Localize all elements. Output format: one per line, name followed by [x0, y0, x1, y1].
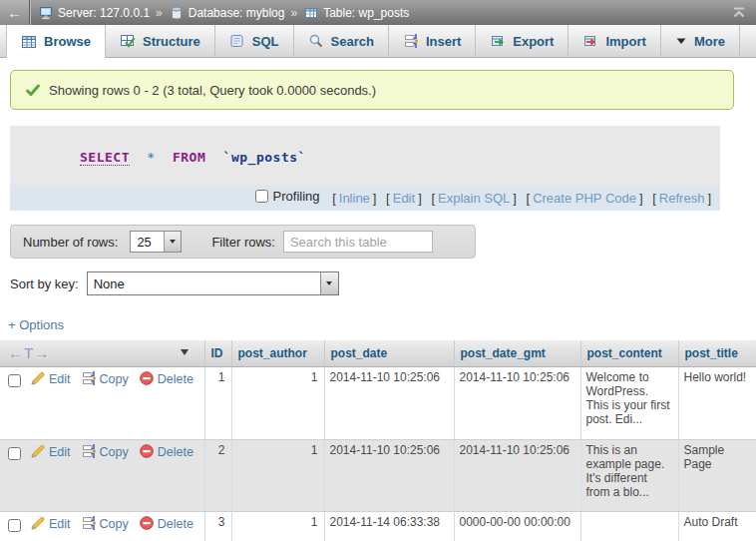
- delete-row-link[interactable]: Delete: [158, 445, 193, 459]
- table-row: EditCopyDelete 2 1 2014-11-10 10:25:06 2…: [0, 439, 756, 511]
- tab-structure-label: Structure: [143, 34, 200, 49]
- tab-structure[interactable]: Structure: [106, 25, 215, 57]
- column-header-post-author[interactable]: post_author: [231, 340, 324, 366]
- copy-icon: [81, 370, 97, 386]
- select-dropdown-button[interactable]: [320, 272, 338, 294]
- tab-more[interactable]: More: [661, 25, 740, 57]
- tab-search[interactable]: Search: [294, 25, 389, 57]
- breadcrumb-table-label: Table: wp_posts: [323, 6, 409, 20]
- breadcrumb: Server: 127.0.0.1 » Database: myblog » T…: [30, 5, 722, 21]
- collapse-top-icon[interactable]: [722, 0, 756, 25]
- row-direction-toggle-icon[interactable]: ←T→: [8, 344, 50, 361]
- cell-id[interactable]: 2: [204, 439, 231, 511]
- copy-icon: [81, 443, 97, 459]
- nav-back-button[interactable]: ←: [0, 0, 30, 25]
- column-header-post-title[interactable]: post_title: [678, 340, 756, 366]
- delete-row-link[interactable]: Delete: [158, 517, 193, 531]
- tab-bar: Browse Structure SQL Search Insert Expor…: [0, 25, 756, 58]
- cell-post-content[interactable]: [580, 511, 678, 541]
- column-header-id[interactable]: ID: [204, 340, 231, 366]
- header-row: ←T→ ID post_author post_date post_date_g…: [0, 340, 756, 366]
- sort-by-key-value: None: [88, 272, 320, 294]
- column-options-icon[interactable]: [181, 349, 189, 355]
- cell-post-author[interactable]: 1: [231, 511, 324, 541]
- breadcrumb-table[interactable]: Table: wp_posts: [303, 5, 409, 21]
- tab-browse-label: Browse: [44, 34, 91, 49]
- breadcrumb-server[interactable]: Server: 127.0.0.1: [38, 5, 150, 21]
- filter-rows-input[interactable]: [283, 231, 433, 253]
- database-icon: [169, 5, 185, 21]
- sql-query-text: SELECT * FROM `wp_posts`: [10, 126, 720, 185]
- profiling-checkbox[interactable]: [255, 190, 268, 203]
- pencil-icon: [30, 443, 46, 459]
- profiling-checkbox-label[interactable]: Profiling: [255, 189, 320, 204]
- top-breadcrumb-bar: ← Server: 127.0.0.1 » Database: myblog »…: [0, 0, 756, 25]
- tab-more-label: More: [694, 34, 725, 49]
- delete-row-link[interactable]: Delete: [158, 372, 193, 386]
- tab-import[interactable]: Import: [568, 25, 660, 57]
- tab-sql[interactable]: SQL: [215, 25, 294, 57]
- cell-post-title[interactable]: Auto Draft: [678, 511, 756, 541]
- row-select-checkbox[interactable]: [8, 374, 21, 387]
- sql-icon: [229, 33, 245, 49]
- cell-post-date-gmt[interactable]: 2014-11-10 10:25:06: [454, 366, 580, 439]
- cell-post-title[interactable]: Sample Page: [678, 439, 756, 511]
- cell-id[interactable]: 3: [204, 511, 231, 541]
- edit-row-link[interactable]: Edit: [49, 372, 71, 386]
- explain-sql-link[interactable]: Explain SQL: [438, 191, 510, 206]
- copy-row-link[interactable]: Copy: [100, 372, 129, 386]
- row-select-checkbox[interactable]: [8, 519, 21, 532]
- more-chevron-icon: [675, 35, 687, 47]
- cell-post-date-gmt[interactable]: 2014-11-10 10:25:06: [454, 439, 580, 511]
- sql-star: *: [147, 150, 155, 165]
- cell-post-date[interactable]: 2014-11-10 10:25:06: [324, 439, 454, 511]
- cell-post-content[interactable]: This is an example page. It's different …: [580, 439, 678, 511]
- breadcrumb-database[interactable]: Database: myblog: [169, 5, 285, 21]
- query-toolbar: Profiling [Inline] [Edit] [Explain SQL] …: [10, 185, 720, 211]
- delete-icon: [139, 515, 155, 531]
- tab-export[interactable]: Export: [476, 25, 568, 57]
- copy-row-link[interactable]: Copy: [100, 517, 129, 531]
- back-arrow-icon: ←: [7, 4, 22, 21]
- results-table: ←T→ ID post_author post_date post_date_g…: [0, 340, 756, 541]
- search-icon: [308, 33, 324, 49]
- column-header-post-date[interactable]: post_date: [324, 340, 454, 366]
- number-of-rows-select[interactable]: 25: [130, 231, 182, 253]
- cell-post-date[interactable]: 2014-11-10 10:25:06: [324, 366, 454, 439]
- phpmyadmin-window: ← Server: 127.0.0.1 » Database: myblog »…: [0, 0, 756, 541]
- cell-post-title[interactable]: Hello world!: [678, 366, 756, 439]
- refresh-link[interactable]: Refresh: [659, 191, 705, 206]
- delete-icon: [139, 443, 155, 459]
- edit-row-link[interactable]: Edit: [49, 517, 71, 531]
- inline-link[interactable]: Inline: [339, 191, 370, 206]
- tab-insert[interactable]: Insert: [389, 25, 476, 57]
- cell-post-content[interactable]: Welcome to WordPress. This is your first…: [580, 366, 678, 439]
- success-check-icon: [25, 82, 41, 98]
- options-toggle-link[interactable]: + Options: [8, 317, 64, 332]
- cell-post-date[interactable]: 2014-11-14 06:33:38: [324, 511, 454, 541]
- sql-keyword-select[interactable]: SELECT: [80, 150, 130, 166]
- filter-rows-label: Filter rows:: [211, 235, 275, 250]
- create-php-code-link[interactable]: Create PHP Code: [533, 191, 636, 206]
- tab-browse[interactable]: Browse: [6, 25, 106, 58]
- select-dropdown-button[interactable]: [164, 232, 181, 252]
- copy-row-link[interactable]: Copy: [100, 445, 129, 459]
- column-header-post-content[interactable]: post_content: [580, 340, 678, 366]
- column-header-post-date-gmt[interactable]: post_date_gmt: [454, 340, 580, 366]
- tab-export-label: Export: [513, 34, 554, 49]
- actions-column-header[interactable]: ←T→: [0, 340, 204, 366]
- edit-row-link[interactable]: Edit: [49, 445, 71, 459]
- chevron-down-icon: [326, 281, 332, 285]
- row-select-checkbox[interactable]: [8, 447, 21, 460]
- tab-search-label: Search: [331, 34, 374, 49]
- cell-post-author[interactable]: 1: [231, 439, 324, 511]
- cell-id[interactable]: 1: [204, 366, 231, 439]
- sort-by-key-select[interactable]: None: [87, 271, 339, 295]
- status-message-text: Showing rows 0 - 2 (3 total, Query took …: [49, 83, 376, 98]
- cell-post-date-gmt[interactable]: 0000-00-00 00:00:00: [454, 511, 580, 541]
- edit-query-link[interactable]: Edit: [393, 191, 415, 206]
- table-icon: [303, 5, 319, 21]
- table-row: EditCopyDelete 3 1 2014-11-14 06:33:38 0…: [0, 511, 756, 541]
- sort-by-key-label: Sort by key:: [10, 276, 79, 291]
- cell-post-author[interactable]: 1: [231, 366, 324, 439]
